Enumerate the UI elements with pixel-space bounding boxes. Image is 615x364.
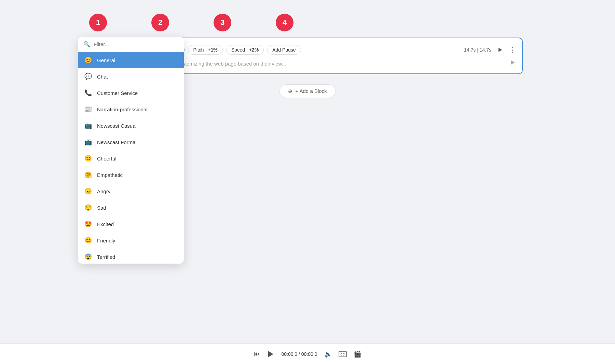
tv-icon: 📺 — [84, 122, 92, 129]
svg-marker-1 — [511, 60, 515, 65]
time-display: 14.7s | 14.7s ⋮ — [464, 45, 515, 55]
play-button[interactable] — [267, 350, 274, 358]
pitch-value: +1% — [208, 47, 217, 53]
step-indicators: 1 2 3 4 — [89, 14, 293, 31]
dropdown-item-label: Chat — [97, 74, 108, 80]
dropdown-item[interactable]: 😔Sad — [78, 199, 184, 216]
dropdown-item[interactable]: 😊Friendly — [78, 232, 184, 249]
dropdown-item[interactable]: 📺Newscast Casual — [78, 117, 184, 134]
add-block-label: + Add a Block — [295, 88, 327, 94]
step-2: 2 — [151, 14, 169, 31]
dropdown-search-area: 🔍 — [78, 37, 184, 52]
dropdown-item[interactable]: 😊General — [78, 52, 184, 68]
dropdown-item[interactable]: 📺Newscast Formal — [78, 134, 184, 150]
volume-button[interactable]: 🔈 — [324, 350, 332, 358]
speed-control[interactable]: Speed +2% — [226, 45, 264, 55]
player-bar: ⏮ 00:00.0 / 00:00.0 🔈 CC 🎬 — [0, 344, 615, 364]
terrified-icon: 😨 — [84, 253, 92, 261]
speed-value: +2% — [249, 47, 259, 53]
dropdown-panel: 🔍 😊General💬Chat📞Customer Service📰Narrati… — [78, 37, 184, 264]
dropdown-item-label: General — [97, 57, 115, 63]
add-block-button[interactable]: ⊕ + Add a Block — [279, 84, 335, 98]
svg-text:CC: CC — [340, 353, 345, 356]
step-1: 1 — [89, 14, 107, 31]
emoji-icon: 😊 — [84, 155, 92, 162]
player-time: 00:00.0 / 00:00.0 — [281, 351, 317, 357]
svg-marker-0 — [498, 48, 502, 52]
total-time: 00:00.0 — [301, 351, 317, 357]
dropdown-item-label: Newscast Formal — [97, 139, 137, 145]
dropdown-item-label: Newscast Casual — [97, 123, 137, 129]
filter-input[interactable] — [94, 41, 178, 47]
dropdown-item[interactable]: 📞Customer Service — [78, 85, 184, 101]
emoji-icon: 😊 — [84, 237, 92, 244]
dropdown-item-label: Narration-professional — [97, 107, 148, 112]
style-dropdown: 🔍 😊General💬Chat📞Customer Service📰Narrati… — [78, 37, 184, 264]
step-4: 4 — [276, 14, 293, 31]
dropdown-item-label: Angry — [97, 188, 110, 194]
dropdown-item-label: Sad — [97, 205, 106, 211]
dropdown-item-label: Customer Service — [97, 90, 138, 96]
speed-label: Speed — [231, 47, 245, 53]
time-value: 14.7s | 14.7s — [464, 47, 491, 53]
block-inline-play[interactable] — [510, 60, 515, 66]
svg-marker-2 — [268, 351, 273, 357]
dropdown-item-label: Cheerful — [97, 156, 117, 162]
dropdown-item[interactable]: 😠Angry — [78, 183, 184, 199]
search-icon: 🔍 — [83, 41, 90, 47]
plus-icon: ⊕ — [288, 88, 292, 94]
tv-icon: 📺 — [84, 138, 92, 146]
chat-icon: 💬 — [84, 73, 92, 80]
pitch-label: Pitch — [193, 47, 204, 53]
block-play-button[interactable] — [495, 45, 505, 55]
angry-icon: 😠 — [84, 187, 92, 195]
step-3: 3 — [214, 14, 231, 31]
dropdown-item-label: Excited — [97, 221, 114, 227]
empathetic-icon: 🤗 — [84, 171, 92, 179]
time-separator: / — [299, 351, 301, 357]
dropdown-item[interactable]: 🤗Empathetic — [78, 167, 184, 183]
dropdown-list: 😊General💬Chat📞Customer Service📰Narration… — [78, 52, 184, 264]
captions-button[interactable]: CC — [339, 351, 347, 357]
dropdown-item-label: Terrified — [97, 254, 115, 260]
sad-icon: 😔 — [84, 204, 92, 211]
dropdown-item[interactable]: 😊Cheerful — [78, 150, 184, 167]
current-time: 00:00.0 — [281, 351, 297, 357]
phone-icon: 📞 — [84, 89, 92, 97]
dropdown-item[interactable]: 😨Terrified — [78, 249, 184, 264]
excited-icon: 🤩 — [84, 220, 92, 228]
emoji-icon: 😊 — [84, 56, 92, 64]
dropdown-item-label: Empathetic — [97, 172, 123, 178]
dropdown-item-label: Friendly — [97, 238, 115, 243]
dropdown-item[interactable]: 💬Chat — [78, 68, 184, 85]
add-pause-button[interactable]: Add Pause — [267, 45, 301, 55]
add-block-area: ⊕ + Add a Block — [279, 84, 335, 98]
dropdown-item[interactable]: 🤩Excited — [78, 216, 184, 232]
pitch-control[interactable]: Pitch +1% — [188, 45, 222, 55]
more-options-button[interactable]: ⋮ — [509, 46, 515, 54]
film-button[interactable]: 🎬 — [354, 350, 361, 358]
dropdown-item[interactable]: 📰Narration-professional — [78, 101, 184, 117]
skip-back-button[interactable]: ⏮ — [254, 350, 260, 358]
book-icon: 📰 — [84, 106, 92, 113]
